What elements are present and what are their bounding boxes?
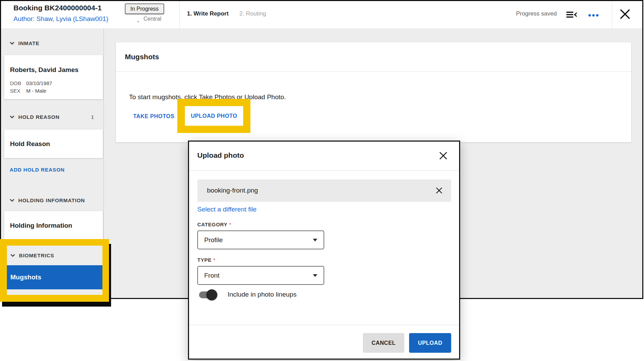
sex-value: M - Male [26, 88, 46, 94]
dob-label: DOB [10, 80, 26, 86]
modal-footer-divider [189, 325, 459, 325]
dropdown-arrow-icon [313, 274, 317, 277]
collapse-menu-icon[interactable] [566, 11, 577, 18]
add-hold-reason-button[interactable]: ADD HOLD REASON [10, 167, 65, 173]
inmate-card[interactable]: Roberts, David James DOB 03/10/1987 SEX … [4, 55, 103, 99]
chevron-down-icon [10, 115, 14, 118]
chevron-down-icon [10, 254, 15, 257]
inmate-dob-row: DOB 03/10/1987 [10, 80, 52, 86]
required-marker: * [229, 221, 231, 227]
inmate-sex-row: SEX M - Male [10, 88, 46, 94]
upload-photo-modal: Upload photo booking-front.png Select a … [188, 141, 460, 360]
inmate-name: Roberts, David James [10, 66, 79, 74]
header-divider [179, 0, 180, 29]
cancel-button[interactable]: CANCEL [363, 333, 404, 353]
booking-screen: Booking BK2400000004-1 In Progress Autho… [0, 0, 644, 361]
close-icon[interactable] [439, 151, 448, 160]
sidebar-item-hold-reason[interactable]: Hold Reason [4, 130, 103, 158]
section-label: HOLD REASON [18, 114, 60, 120]
author-link[interactable]: Author: Shaw, Lyvia (LShaw001) [13, 15, 108, 23]
file-name: booking-front.png [207, 187, 258, 194]
upload-photo-highlight: UPLOAD PHOTO [177, 99, 250, 133]
category-value: Profile [204, 236, 313, 244]
modal-divider [189, 171, 459, 171]
section-label: HOLDING INFORMATION [18, 197, 85, 203]
sidebar-section-hold-reason[interactable]: HOLD REASON [10, 109, 60, 125]
card-divider [116, 71, 631, 72]
modal-title: Upload photo [197, 151, 244, 159]
required-marker: * [213, 257, 215, 263]
sex-label: SEX [10, 88, 26, 94]
item-label: Holding Information [4, 211, 103, 240]
page-title: Booking BK2400000004-1 [13, 4, 102, 12]
remove-file-icon[interactable] [435, 187, 443, 194]
sidebar-section-biometrics[interactable]: BIOMETRICS [7, 246, 102, 265]
progress-saved-label: Progress saved [516, 10, 557, 17]
section-label: BIOMETRICS [19, 252, 54, 258]
step-write-report[interactable]: 1. Write Report [187, 10, 229, 17]
dropdown-arrow-icon [313, 239, 317, 241]
type-field-label: TYPE* [197, 257, 216, 263]
type-value: Front [204, 272, 313, 279]
status-badge: In Progress [125, 3, 164, 14]
sidebar-item-mugshots-selected[interactable]: Mugshots [7, 265, 102, 289]
chevron-down-icon [10, 199, 14, 202]
bullet-separator-icon: • [137, 19, 139, 24]
type-select[interactable]: Front [197, 266, 324, 285]
item-label: Mugshots [10, 274, 41, 281]
upload-photo-button[interactable]: UPLOAD PHOTO [191, 113, 237, 119]
step-routing[interactable]: 2. Routing [239, 10, 266, 17]
chevron-down-icon [10, 42, 14, 45]
category-field-label: CATEGORY* [197, 221, 231, 227]
hold-reason-count: 1 [91, 114, 94, 120]
category-select[interactable]: Profile [197, 230, 324, 249]
more-options-icon[interactable] [588, 14, 598, 17]
sidebar-section-holding-information[interactable]: HOLDING INFORMATION [10, 192, 85, 208]
photo-lineups-toggle[interactable] [198, 289, 217, 301]
site-label: Central [143, 16, 161, 22]
sidebar-item-holding-information[interactable]: Holding Information [4, 211, 103, 240]
mugshots-card: Mugshots To start mugshots, click Take P… [116, 42, 631, 142]
take-photos-button[interactable]: TAKE PHOTOS [133, 113, 175, 120]
card-title: Mugshots [125, 53, 159, 61]
section-label: INMATE [18, 40, 39, 46]
select-different-file-link[interactable]: Select a different file [197, 206, 257, 213]
dob-value: 03/10/1987 [26, 80, 52, 86]
close-icon[interactable] [619, 8, 631, 20]
photo-lineups-toggle-label: Include in photo lineups [228, 291, 297, 298]
biometrics-highlight: BIOMETRICS Mugshots [0, 239, 109, 302]
header-bar: Booking BK2400000004-1 In Progress Autho… [0, 0, 643, 29]
sidebar-section-inmate[interactable]: INMATE [10, 35, 39, 51]
header-divider [612, 0, 612, 29]
upload-button[interactable]: UPLOAD [409, 333, 451, 353]
selected-file-chip: booking-front.png [197, 179, 451, 202]
item-label: Hold Reason [4, 130, 103, 158]
